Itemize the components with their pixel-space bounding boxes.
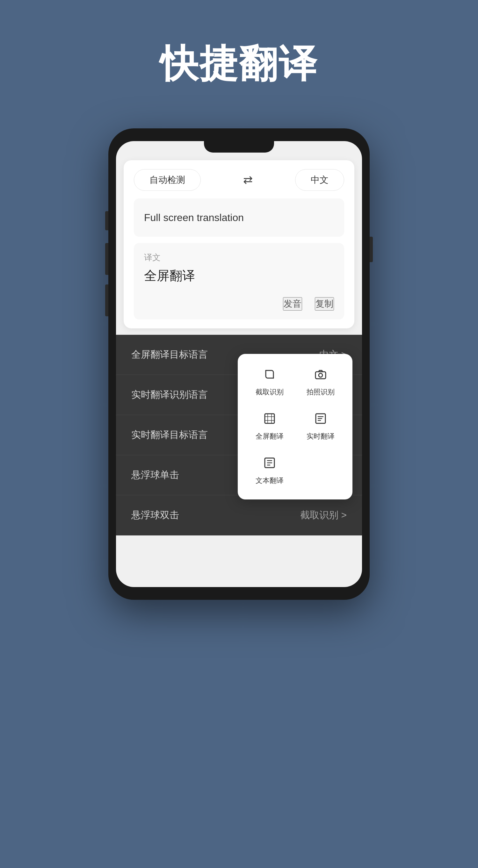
translator-card: 自动检测 ⇄ 中文 Full screen translation 译文 全屏翻… (124, 160, 354, 329)
output-actions: 发音 复制 (144, 297, 334, 311)
settings-label-1: 实时翻译识别语言 (131, 388, 208, 401)
input-box[interactable]: Full screen translation (134, 198, 344, 237)
settings-label-0: 全屏翻译目标语言 (131, 348, 208, 361)
svg-point-1 (319, 373, 323, 377)
fullscreen-icon (263, 412, 276, 428)
input-text: Full screen translation (144, 212, 244, 224)
page-title: 快捷翻译 (160, 38, 318, 90)
quick-item-label-fullscreen: 全屏翻译 (256, 432, 283, 441)
realtime-icon (314, 412, 327, 428)
pronounce-button[interactable]: 发音 (283, 297, 302, 311)
quick-item-fullscreen[interactable]: 全屏翻译 (245, 406, 294, 447)
quick-item-label-realtime: 实时翻译 (306, 432, 335, 441)
swap-icon[interactable]: ⇄ (243, 173, 253, 187)
phone-btn-left-1 (105, 211, 108, 230)
target-lang-button[interactable]: 中文 (295, 169, 344, 191)
camera-icon (314, 368, 327, 383)
quick-item-label-text: 文本翻译 (256, 476, 283, 486)
output-text: 全屏翻译 (144, 267, 334, 284)
settings-label-2: 实时翻译目标语言 (131, 428, 208, 441)
quick-item-realtime[interactable]: 实时翻译 (296, 406, 345, 447)
text-icon (263, 457, 276, 472)
quick-item-camera[interactable]: 拍照识别 (296, 362, 345, 403)
svg-rect-0 (316, 372, 326, 379)
output-label: 译文 (144, 252, 334, 263)
settings-row-4[interactable]: 悬浮球双击 截取识别 > (116, 495, 362, 535)
settings-value-4: 截取识别 > (300, 509, 347, 522)
crop-icon (263, 368, 276, 383)
quick-item-label-crop: 截取识别 (256, 388, 283, 397)
settings-label-4: 悬浮球双击 (131, 509, 179, 522)
settings-label-3: 悬浮球单击 (131, 469, 179, 482)
source-lang-button[interactable]: 自动检测 (134, 169, 201, 191)
phone-btn-right (370, 237, 373, 262)
svg-rect-2 (265, 414, 274, 423)
copy-button[interactable]: 复制 (315, 297, 334, 311)
output-box: 译文 全屏翻译 发音 复制 (134, 243, 344, 319)
quick-item-text[interactable]: 文本翻译 (245, 450, 294, 492)
phone-frame: 自动检测 ⇄ 中文 Full screen translation 译文 全屏翻… (108, 128, 370, 600)
quick-item-crop[interactable]: 截取识别 (245, 362, 294, 403)
quick-item-label-camera: 拍照识别 (306, 388, 335, 397)
quick-popup: 截取识别 拍照识别 (238, 354, 353, 499)
phone-btn-left-3 (105, 284, 108, 316)
lang-selector-row: 自动检测 ⇄ 中文 (134, 169, 344, 191)
phone-btn-left-2 (105, 243, 108, 275)
phone-screen: 自动检测 ⇄ 中文 Full screen translation 译文 全屏翻… (116, 141, 362, 587)
phone-notch (204, 141, 274, 153)
settings-area: 全屏翻译目标语言 中文 > 实时翻译识别语言 实时翻译目标语言 悬浮球单击 功能… (116, 335, 362, 535)
